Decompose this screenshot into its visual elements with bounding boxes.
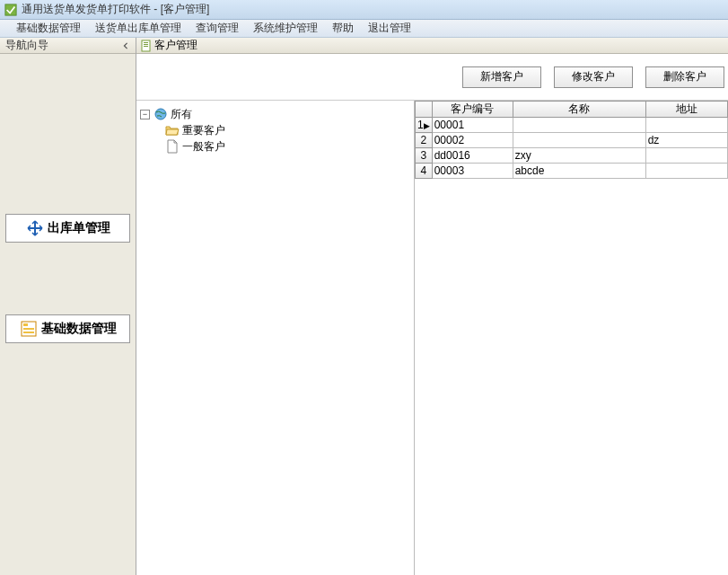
cell-address[interactable]: dz [645, 133, 727, 148]
nav-btn-basedata-label: 基础数据管理 [41, 321, 117, 337]
table-row[interactable]: 2 00002 dz [416, 133, 728, 148]
menubar: 基础数据管理 送货单出库单管理 查询管理 系统维护管理 帮助 退出管理 [0, 20, 728, 38]
nav-header: 导航向导 [0, 38, 136, 54]
arrows-icon [26, 219, 44, 237]
grid-panel: 客户编号 名称 地址 1▶ 00001 2 [415, 101, 728, 575]
table-row[interactable]: 3 dd0016 zxy [416, 148, 728, 164]
col-header-name[interactable]: 名称 [513, 102, 645, 118]
delete-customer-button[interactable]: 删除客户 [645, 66, 724, 88]
chevron-left-icon[interactable] [119, 40, 132, 52]
menu-system[interactable]: 系统维护管理 [246, 19, 325, 38]
svg-point-9 [155, 109, 166, 119]
svg-rect-4 [23, 332, 34, 333]
cell-address[interactable] [645, 118, 727, 133]
col-header-address[interactable]: 地址 [645, 102, 727, 118]
cell-address[interactable] [645, 164, 727, 179]
cell-name[interactable] [513, 133, 645, 148]
menu-query[interactable]: 查询管理 [189, 19, 246, 38]
table-row[interactable]: 4 00003 abcde [416, 164, 728, 179]
row-number: 4 [416, 164, 433, 179]
cell-address[interactable] [645, 148, 727, 164]
edit-customer-button[interactable]: 修改客户 [554, 66, 633, 88]
menu-exit[interactable]: 退出管理 [361, 19, 418, 38]
form-icon [20, 320, 38, 338]
svg-rect-3 [23, 328, 34, 330]
nav-btn-outbound-label: 出库单管理 [48, 220, 110, 236]
tree-item-general[interactable]: 一般客户 [165, 138, 410, 155]
row-number: 1▶ [416, 118, 433, 133]
tree-item-label: 一般客户 [182, 139, 225, 155]
content-panel: 客户管理 新增客户 修改客户 删除客户 − 所有 [136, 38, 728, 575]
nav-header-label: 导航向导 [5, 38, 48, 53]
cell-code[interactable]: 00003 [432, 164, 513, 179]
cell-name[interactable]: zxy [513, 148, 645, 164]
globe-icon [153, 107, 168, 121]
cell-name[interactable]: abcde [513, 164, 645, 179]
grid-corner [416, 102, 433, 118]
svg-rect-7 [144, 44, 148, 45]
table-row[interactable]: 1▶ 00001 [416, 118, 728, 133]
folder-open-icon [165, 123, 180, 137]
svg-rect-2 [23, 323, 28, 326]
cell-code[interactable]: 00002 [432, 133, 513, 148]
customer-table[interactable]: 客户编号 名称 地址 1▶ 00001 2 [415, 101, 728, 179]
svg-rect-6 [144, 42, 148, 43]
window-title: 通用送货单发货单打印软件 - [客户管理] [22, 2, 209, 17]
app-icon [4, 3, 18, 17]
nav-btn-basedata[interactable]: 基础数据管理 [5, 314, 130, 343]
tree-item-label: 重要客户 [182, 123, 225, 138]
window-titlebar: 通用送货单发货单打印软件 - [客户管理] [0, 0, 728, 20]
tree-root-label: 所有 [171, 107, 192, 122]
add-customer-button[interactable]: 新增客户 [462, 66, 541, 88]
tree-panel: − 所有 重要客户 [136, 101, 415, 575]
nav-panel: 导航向导 出库单管理 基础数据管理 [0, 38, 136, 575]
menu-delivery[interactable]: 送货单出库单管理 [88, 19, 189, 38]
content-tab-title: 客户管理 [154, 38, 197, 53]
file-icon [165, 139, 180, 154]
menu-help[interactable]: 帮助 [325, 19, 361, 38]
row-number: 3 [416, 148, 433, 164]
nav-btn-outbound[interactable]: 出库单管理 [5, 214, 130, 243]
content-tab: 客户管理 [136, 38, 728, 54]
cell-name[interactable] [513, 118, 645, 133]
cell-code[interactable]: dd0016 [432, 148, 513, 164]
col-header-code[interactable]: 客户编号 [432, 102, 513, 118]
cell-code[interactable]: 00001 [432, 118, 513, 133]
toolbar: 新增客户 修改客户 删除客户 [136, 54, 728, 101]
document-icon [140, 40, 153, 52]
tree-item-important[interactable]: 重要客户 [165, 122, 410, 138]
menu-basedata[interactable]: 基础数据管理 [9, 19, 88, 38]
row-number: 2 [416, 133, 433, 148]
tree-root[interactable]: − 所有 [140, 106, 410, 122]
collapse-icon[interactable]: − [140, 110, 150, 119]
svg-rect-8 [144, 46, 148, 47]
